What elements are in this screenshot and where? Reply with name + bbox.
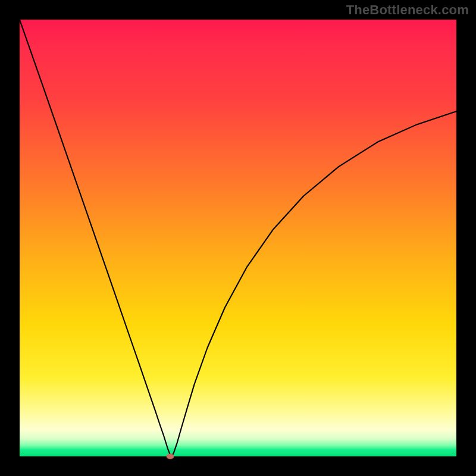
plot-area (20, 20, 456, 456)
chart-canvas: TheBottleneck.com (0, 0, 476, 476)
watermark-text: TheBottleneck.com (346, 2, 469, 18)
curve-minimum-marker (167, 454, 174, 459)
bottleneck-curve (20, 20, 456, 456)
